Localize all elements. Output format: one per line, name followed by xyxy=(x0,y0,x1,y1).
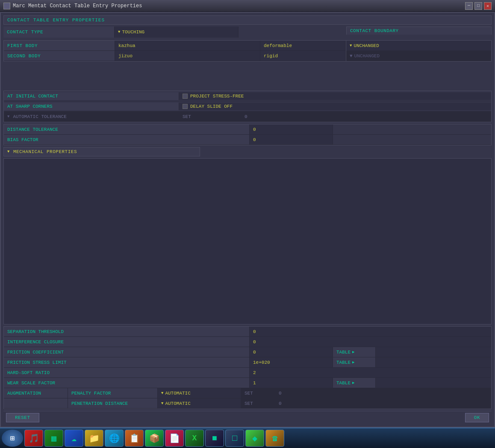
start-button[interactable]: ⊞ xyxy=(2,430,23,447)
delay-slide-off-checkbox[interactable] xyxy=(183,104,188,109)
contact-boundary-second-value: ▼ UNCHANGED xyxy=(346,51,491,61)
initial-contact-label: AT INITIAL CONTACT xyxy=(4,92,179,100)
sharp-corners-label: AT SHARP CORNERS xyxy=(4,103,179,110)
bottom-bar: RESET OK xyxy=(3,411,492,424)
penetration-distance-set-value: 0 xyxy=(275,398,491,408)
hard-soft-ratio-row: HARD-SOFT RATIO 2 xyxy=(4,368,491,378)
taskbar-app-12[interactable]: ◆ xyxy=(245,430,264,447)
bias-factor-row: BIAS FACTOR 0 xyxy=(4,135,491,145)
contact-type-dropdown[interactable]: ▼ TOUCHING xyxy=(115,27,239,38)
title-bar-buttons: ─ □ ✕ xyxy=(465,2,492,10)
distance-tolerance-label: DISTANCE TOLERANCE xyxy=(4,124,250,134)
penalty-factor-set-label: SET xyxy=(241,388,275,398)
mechanical-properties-header-row: ▼ MECHANICAL PROPERTIES xyxy=(3,147,492,156)
title-bar-text: Marc Mentat Contact Table Entry Properti… xyxy=(13,3,463,9)
friction-stress-limit-table[interactable]: TABLE ▶ xyxy=(333,357,376,367)
wear-scale-factor-row: WEAR SCALE FACTOR 1 TABLE ▶ xyxy=(4,378,491,388)
second-body-name[interactable]: jizuo xyxy=(115,51,260,61)
separation-threshold-row: SEPARATION THRESHOLD 0 xyxy=(4,327,491,337)
initial-contact-value[interactable]: PROJECT STRESS-FREE xyxy=(179,92,491,100)
minimize-button[interactable]: ─ xyxy=(465,2,473,10)
mechanical-properties-header[interactable]: ▼ MECHANICAL PROPERTIES xyxy=(3,147,200,156)
sharp-corners-row: AT SHARP CORNERS DELAY SLIDE OFF xyxy=(4,101,491,112)
augmentation-label: AUGMENTATION xyxy=(4,388,68,398)
automatic-tolerance-set: SET xyxy=(179,112,241,121)
bias-factor-label: BIAS FACTOR xyxy=(4,135,250,144)
wear-scale-factor-table-value xyxy=(376,378,491,388)
taskbar-app-13[interactable]: ☎ xyxy=(265,430,284,447)
taskbar-app-6[interactable]: 📋 xyxy=(125,430,144,447)
taskbar: ⊞ 🎵 ▦ ☁ 📁 🌐 📋 📦 📄 X ■ □ ◆ ☎ xyxy=(0,427,495,448)
friction-stress-limit-table-value xyxy=(376,357,491,367)
taskbar-app-4[interactable]: 📁 xyxy=(85,430,103,447)
wear-scale-factor-label: WEAR SCALE FACTOR xyxy=(4,378,250,388)
taskbar-app-2[interactable]: ▦ xyxy=(44,430,63,447)
friction-stress-limit-row: FRICTION STRESS LIMIT 1e+020 TABLE ▶ xyxy=(4,357,491,368)
sharp-corners-value[interactable]: DELAY SLIDE OFF xyxy=(179,103,491,110)
project-stress-free-checkbox[interactable] xyxy=(183,94,188,99)
close-button[interactable]: ✕ xyxy=(484,2,492,10)
augmentation-label-2 xyxy=(4,398,68,408)
separation-threshold-value[interactable]: 0 xyxy=(250,327,491,336)
interference-closure-value[interactable]: 0 xyxy=(250,337,491,347)
separation-threshold-label: SEPARATION THRESHOLD xyxy=(4,327,250,336)
friction-stress-limit-value[interactable]: 1e+020 xyxy=(250,357,333,367)
automatic-tolerance-value: 0 xyxy=(241,112,491,121)
properties-data-section: SEPARATION THRESHOLD 0 INTERFERENCE CLOS… xyxy=(3,326,492,409)
first-body-name[interactable]: kazhua xyxy=(115,41,260,50)
taskbar-app-11[interactable]: □ xyxy=(225,430,244,447)
friction-coefficient-table[interactable]: TABLE ▶ xyxy=(333,347,376,357)
main-window: CONTACT TABLE ENTRY PROPERTIES CONTACT T… xyxy=(0,12,495,427)
taskbar-app-5[interactable]: 🌐 xyxy=(105,430,124,447)
friction-coefficient-value[interactable]: 0 xyxy=(250,347,333,357)
automatic-tolerance-label: ▼ AUTOMATIC TOLERANCE xyxy=(4,112,179,121)
penetration-distance-set-label: SET xyxy=(241,398,275,408)
automatic-tolerance-row: ▼ AUTOMATIC TOLERANCE SET 0 xyxy=(4,112,491,122)
penalty-factor-sub-label: PENALTY FACTOR xyxy=(68,388,158,398)
contact-type-row: CONTACT TYPE ▼ TOUCHING CONTACT BOUNDARY xyxy=(3,27,492,38)
first-body-label: FIRST BODY xyxy=(4,41,115,50)
penalty-factor-value[interactable]: ▼ AUTOMATIC xyxy=(158,388,241,398)
taskbar-app-10[interactable]: ■ xyxy=(205,430,224,447)
maximize-button[interactable]: □ xyxy=(474,2,482,10)
augmentation-penetration-row: PENETRATION DISTANCE ▼ AUTOMATIC SET 0 xyxy=(4,398,491,409)
interference-closure-row: INTERFERENCE CLOSURE 0 xyxy=(4,337,491,347)
contact-type-arrow: ▼ xyxy=(118,30,120,34)
second-body-label: SECOND BODY xyxy=(4,51,115,61)
contact-boundary-first-value[interactable]: ▼ UNCHANGED xyxy=(346,41,491,51)
initial-contact-section: AT INITIAL CONTACT PROJECT STRESS-FREE A… xyxy=(3,91,492,122)
hard-soft-ratio-label: HARD-SOFT RATIO xyxy=(4,368,250,377)
interference-closure-label: INTERFERENCE CLOSURE xyxy=(4,337,250,347)
taskbar-app-1[interactable]: 🎵 xyxy=(24,430,43,447)
second-body-type: rigid xyxy=(260,51,346,61)
bias-factor-value[interactable]: 0 xyxy=(250,135,333,144)
ok-button[interactable]: OK xyxy=(465,413,489,422)
taskbar-app-8[interactable]: 📄 xyxy=(165,430,184,447)
distance-tolerance-value[interactable]: 0 xyxy=(250,124,333,134)
spacer-1 xyxy=(3,63,492,89)
reset-button[interactable]: RESET xyxy=(6,413,39,422)
initial-contact-row: AT INITIAL CONTACT PROJECT STRESS-FREE xyxy=(4,91,491,101)
friction-stress-limit-label: FRICTION STRESS LIMIT xyxy=(4,357,250,367)
hard-soft-ratio-value[interactable]: 2 xyxy=(250,368,491,377)
mechanical-properties-panel xyxy=(3,158,492,324)
friction-coefficient-table-value xyxy=(376,347,491,357)
taskbar-app-7[interactable]: 📦 xyxy=(145,430,164,447)
taskbar-app-3[interactable]: ☁ xyxy=(65,430,83,447)
taskbar-app-9[interactable]: X xyxy=(185,430,204,447)
first-body-type: deformable xyxy=(260,41,346,50)
distance-tolerance-section: DISTANCE TOLERANCE 0 BIAS FACTOR 0 xyxy=(3,124,492,145)
contact-boundary-header: CONTACT BOUNDARY xyxy=(346,27,492,35)
friction-coefficient-label: FRICTION COEFFICIENT xyxy=(4,347,250,357)
penetration-distance-value[interactable]: ▼ AUTOMATIC xyxy=(158,398,241,408)
wear-scale-factor-table[interactable]: TABLE ▶ xyxy=(333,378,376,388)
penetration-distance-sub-label: PENETRATION DISTANCE xyxy=(68,398,158,408)
title-bar: Marc Mentat Contact Table Entry Properti… xyxy=(0,0,495,12)
window-header: CONTACT TABLE ENTRY PROPERTIES xyxy=(3,15,492,25)
penalty-factor-set-value: 0 xyxy=(275,388,491,398)
app-icon xyxy=(3,3,10,9)
contact-type-label: CONTACT TYPE xyxy=(3,27,115,38)
first-body-row: FIRST BODY kazhua deformable xyxy=(4,41,346,51)
second-body-row: SECOND BODY jizuo rigid xyxy=(4,51,346,61)
wear-scale-factor-value[interactable]: 1 xyxy=(250,378,333,388)
